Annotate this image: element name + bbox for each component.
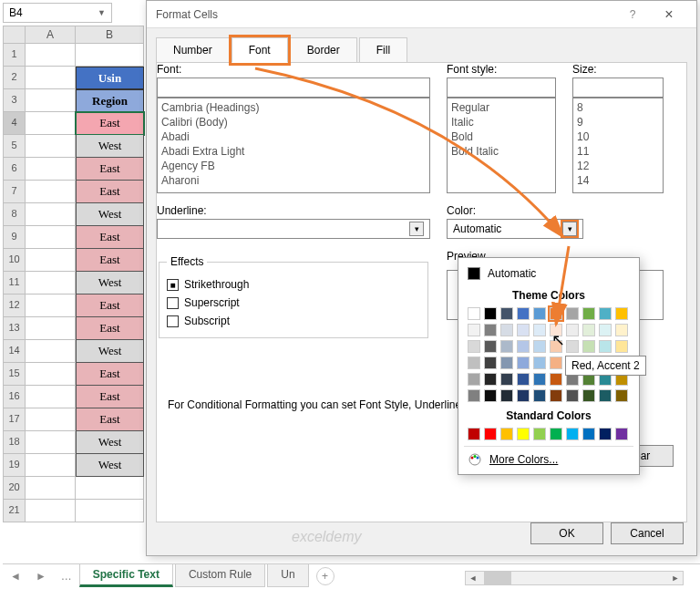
- list-item[interactable]: Abadi Extra Light: [160, 144, 427, 159]
- font-list[interactable]: Cambria (Headings)Calibri (Body)AbadiAba…: [157, 98, 430, 193]
- cell[interactable]: [26, 317, 76, 340]
- table-header[interactable]: Region: [76, 89, 144, 112]
- color-swatch[interactable]: [582, 307, 595, 320]
- color-swatch[interactable]: [566, 340, 579, 353]
- row-header[interactable]: 11: [3, 272, 26, 294]
- color-swatch[interactable]: [566, 389, 579, 402]
- row-header[interactable]: 8: [3, 203, 26, 226]
- data-cell[interactable]: East: [76, 294, 144, 317]
- list-item[interactable]: Regular: [449, 100, 553, 115]
- color-swatch[interactable]: [517, 428, 530, 440]
- row-header[interactable]: 21: [3, 500, 26, 522]
- color-swatch[interactable]: [533, 324, 546, 336]
- color-swatch[interactable]: [468, 373, 480, 386]
- row-header[interactable]: 17: [3, 408, 26, 431]
- color-swatch[interactable]: [484, 428, 497, 440]
- cell[interactable]: [76, 500, 144, 522]
- data-cell[interactable]: West: [76, 340, 144, 363]
- cell[interactable]: [26, 203, 76, 226]
- list-item[interactable]: Italic: [449, 115, 553, 129]
- color-swatch[interactable]: [533, 307, 546, 320]
- color-swatch[interactable]: [599, 340, 612, 353]
- color-swatch[interactable]: [468, 389, 480, 402]
- more-colors[interactable]: More Colors...: [464, 446, 633, 469]
- ok-button[interactable]: OK: [530, 522, 603, 544]
- color-swatch[interactable]: [468, 307, 480, 320]
- color-swatch[interactable]: [517, 324, 530, 336]
- tab-number[interactable]: Number: [156, 37, 230, 63]
- cell[interactable]: [26, 67, 76, 89]
- row-header[interactable]: 15: [3, 363, 26, 386]
- color-swatch[interactable]: [566, 324, 579, 336]
- color-swatch[interactable]: [615, 307, 628, 320]
- close-icon[interactable]: ×: [651, 6, 687, 23]
- cell[interactable]: [26, 89, 76, 112]
- dialog-titlebar[interactable]: Format Cells ? ×: [147, 1, 696, 28]
- list-item[interactable]: 10: [575, 129, 661, 144]
- color-swatch[interactable]: [517, 307, 530, 320]
- list-item[interactable]: Aharoni: [160, 173, 427, 188]
- row-header[interactable]: 2: [3, 67, 26, 89]
- color-swatch[interactable]: [517, 340, 530, 353]
- color-swatch[interactable]: [484, 340, 497, 353]
- color-swatch[interactable]: [566, 307, 579, 320]
- scroll-thumb[interactable]: [484, 572, 511, 584]
- data-cell[interactable]: East: [76, 317, 144, 340]
- row-header[interactable]: 19: [3, 454, 26, 477]
- cell[interactable]: [26, 226, 76, 249]
- color-swatch[interactable]: [484, 373, 497, 386]
- cell[interactable]: [26, 249, 76, 272]
- cell[interactable]: [26, 294, 76, 317]
- checkbox-subscript[interactable]: Subscript: [167, 312, 420, 330]
- color-swatch[interactable]: [599, 324, 612, 336]
- color-swatch[interactable]: [550, 373, 562, 386]
- color-swatch[interactable]: [500, 373, 513, 386]
- data-cell[interactable]: East: [76, 181, 144, 203]
- scroll-left-icon[interactable]: ◄: [466, 572, 480, 584]
- cell[interactable]: [26, 112, 76, 135]
- row-header[interactable]: 5: [3, 135, 26, 158]
- color-swatch[interactable]: [615, 389, 628, 402]
- cell[interactable]: [76, 477, 144, 500]
- tab-fill[interactable]: Fill: [359, 37, 407, 63]
- tab-nav-next-icon[interactable]: ►: [28, 570, 54, 583]
- sheet-tab[interactable]: Custom Rule: [175, 564, 265, 587]
- row-header[interactable]: 13: [3, 317, 26, 340]
- color-swatch[interactable]: [582, 389, 595, 402]
- list-item[interactable]: 8: [575, 100, 661, 115]
- cell[interactable]: [26, 500, 76, 522]
- color-swatch[interactable]: [533, 356, 546, 369]
- list-item[interactable]: 12: [575, 159, 661, 173]
- color-swatch[interactable]: [599, 307, 612, 320]
- name-box[interactable]: B4 ▼: [3, 3, 112, 23]
- col-header-b[interactable]: B: [76, 26, 144, 44]
- data-cell[interactable]: West: [76, 203, 144, 226]
- row-header[interactable]: 6: [3, 158, 26, 181]
- color-combo[interactable]: Automatic ▾: [447, 219, 583, 239]
- row-header[interactable]: 14: [3, 340, 26, 363]
- color-swatch[interactable]: [582, 324, 595, 336]
- cell[interactable]: [26, 431, 76, 454]
- font-style-input[interactable]: [447, 78, 556, 98]
- data-cell[interactable]: East: [76, 249, 144, 272]
- color-swatch[interactable]: [484, 356, 497, 369]
- color-swatch[interactable]: [468, 428, 480, 440]
- data-cell[interactable]: West: [76, 454, 144, 477]
- list-item[interactable]: Abadi: [160, 129, 427, 144]
- color-swatch[interactable]: [615, 324, 628, 336]
- font-input[interactable]: [157, 78, 430, 98]
- data-cell[interactable]: West: [76, 135, 144, 158]
- checkbox-strikethrough[interactable]: ■Strikethrough: [167, 275, 420, 294]
- color-swatch[interactable]: [468, 340, 480, 353]
- data-cell[interactable]: East: [76, 408, 144, 431]
- color-swatch[interactable]: [550, 428, 562, 440]
- color-swatch[interactable]: [533, 428, 546, 440]
- cell[interactable]: [26, 44, 76, 67]
- row-header[interactable]: 12: [3, 294, 26, 317]
- new-sheet-button[interactable]: +: [316, 567, 335, 585]
- cell[interactable]: [26, 135, 76, 158]
- color-swatch[interactable]: [500, 356, 513, 369]
- color-swatch[interactable]: [517, 373, 530, 386]
- cell[interactable]: [26, 340, 76, 363]
- data-cell[interactable]: East: [76, 226, 144, 249]
